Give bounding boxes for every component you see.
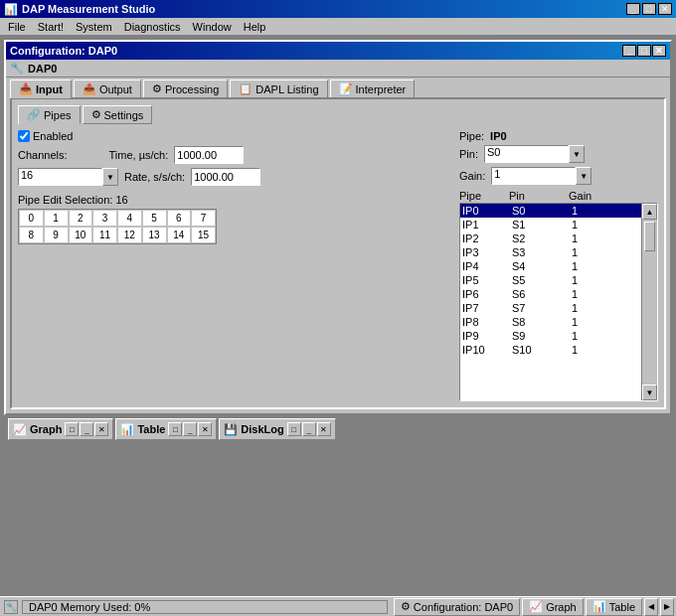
sub-tab-settings[interactable]: ⚙ Settings	[83, 105, 153, 124]
pin-select[interactable]: S0 ▼	[484, 145, 585, 163]
table-panel-label: Table	[137, 423, 165, 435]
menu-system[interactable]: System	[70, 20, 118, 34]
disklog-close-btn[interactable]: ✕	[317, 422, 331, 436]
scroll-up-btn[interactable]: ▲	[642, 204, 657, 220]
app-title-controls: _ □ ✕	[626, 3, 672, 15]
pipe-scrollbar: ▲ ▼	[641, 204, 657, 400]
dialog-close-button[interactable]: ✕	[652, 45, 666, 57]
table-panel-controls: □ _ ✕	[168, 422, 212, 436]
disklog-minimize-btn[interactable]: _	[302, 422, 316, 436]
pipe-row-10[interactable]: IP10S101	[460, 343, 641, 357]
pipe-row-6[interactable]: IP6S61	[460, 287, 641, 301]
status-nav-left[interactable]: ◀	[644, 598, 658, 616]
menu-window[interactable]: Window	[187, 20, 238, 34]
tab-dapl[interactable]: 📋 DAPL Listing	[230, 79, 327, 97]
channel-8[interactable]: 8	[19, 227, 44, 243]
pipe-row-1[interactable]: IP1S11	[460, 218, 641, 231]
channel-2[interactable]: 2	[69, 210, 93, 227]
maximize-button[interactable]: □	[642, 3, 656, 15]
pipe-row-9[interactable]: IP9S91	[460, 329, 641, 343]
pipe-table: Pipe Pin Gain IP0S01IP1S11IP2S21IP3S31IP…	[459, 189, 658, 401]
config-status-btn[interactable]: ⚙ Configuration: DAP0	[394, 598, 520, 616]
pin-field[interactable]: S0	[484, 145, 569, 163]
pipe-row-7[interactable]: IP7S71	[460, 301, 641, 315]
graph-minimize-btn[interactable]: _	[80, 422, 93, 436]
channel-6[interactable]: 6	[167, 210, 192, 227]
channels-select[interactable]: 16 ▼	[18, 168, 118, 186]
dialog-minimize-button[interactable]: _	[622, 45, 636, 57]
tab-interpreter[interactable]: 📝 Interpreter	[330, 79, 416, 97]
pipe-row-2[interactable]: IP2S21	[460, 231, 641, 245]
table-panel-icon: 📊	[120, 423, 134, 436]
graph-close-btn[interactable]: ✕	[94, 422, 108, 436]
pipe-row-5[interactable]: IP5S51	[460, 273, 641, 287]
table-restore-btn[interactable]: □	[168, 422, 182, 436]
menu-help[interactable]: Help	[238, 20, 272, 34]
graph-panel-label: Graph	[30, 423, 62, 435]
channel-12[interactable]: 12	[117, 227, 142, 243]
pipe-row-4[interactable]: IP4S41	[460, 259, 641, 273]
table-close-btn[interactable]: ✕	[198, 422, 212, 436]
channel-13[interactable]: 13	[142, 227, 167, 243]
scroll-track	[642, 220, 657, 385]
channel-1[interactable]: 1	[44, 210, 69, 227]
channel-7[interactable]: 7	[191, 210, 216, 227]
tab-input[interactable]: 📥 Input	[10, 79, 72, 98]
gain-dropdown-btn[interactable]: ▼	[576, 167, 592, 185]
taskbar-table-panel[interactable]: 📊 Table □ _ ✕	[115, 418, 217, 440]
dialog-title-controls: _ □ ✕	[622, 45, 666, 57]
channel-11[interactable]: 11	[92, 227, 117, 243]
menu-diagnostics[interactable]: Diagnostics	[118, 20, 187, 34]
disklog-panel-label: DiskLog	[241, 423, 283, 435]
scroll-thumb[interactable]	[644, 222, 655, 251]
disklog-panel-controls: □ _ ✕	[287, 422, 331, 436]
tab-processing[interactable]: ⚙ Processing	[143, 79, 228, 97]
disklog-panel-icon: 💾	[224, 423, 238, 436]
pipe-row-3[interactable]: IP3S31	[460, 245, 641, 259]
pin-dropdown-btn[interactable]: ▼	[569, 145, 585, 163]
table-status-btn[interactable]: 📊 Table	[586, 598, 642, 616]
channels-dropdown-btn[interactable]: ▼	[102, 168, 118, 186]
pipe-row-0[interactable]: IP0S01	[460, 204, 641, 218]
channel-0[interactable]: 0	[19, 210, 44, 227]
tab-output[interactable]: 📤 Output	[74, 79, 141, 97]
disklog-restore-btn[interactable]: □	[287, 422, 301, 436]
app-title: 📊 DAP Measurement Studio	[4, 3, 155, 16]
enabled-label[interactable]: Enabled	[18, 130, 73, 142]
channels-field[interactable]: 16	[18, 168, 102, 186]
enabled-checkbox[interactable]	[18, 130, 30, 142]
rate-input[interactable]	[191, 168, 260, 186]
menu-file[interactable]: File	[2, 20, 32, 34]
graph-restore-btn[interactable]: □	[65, 422, 79, 436]
menu-start[interactable]: Start!	[32, 20, 70, 34]
sub-tab-pipes[interactable]: 🔗 Pipes	[18, 105, 81, 124]
close-button[interactable]: ✕	[658, 3, 672, 15]
channel-4[interactable]: 4	[117, 210, 142, 227]
dialog-maximize-button[interactable]: □	[637, 45, 651, 57]
channel-10[interactable]: 10	[69, 227, 93, 243]
taskbar-disklog-panel[interactable]: 💾 DiskLog □ _ ✕	[219, 418, 335, 440]
scroll-down-btn[interactable]: ▼	[642, 385, 657, 400]
main-area: Configuration: DAP0 _ □ ✕ 🔧 DAP0 📥 Input…	[0, 36, 676, 596]
channel-5[interactable]: 5	[142, 210, 167, 227]
minimize-button[interactable]: _	[626, 3, 640, 15]
graph-status-btn[interactable]: 📈 Graph	[522, 598, 584, 616]
status-nav-right[interactable]: ▶	[660, 598, 674, 616]
pipe-row-8[interactable]: IP8S81	[460, 315, 641, 329]
channel-14[interactable]: 14	[167, 227, 192, 243]
taskbar-graph-panel[interactable]: 📈 Graph □ _ ✕	[8, 418, 113, 440]
table-minimize-btn[interactable]: _	[183, 422, 197, 436]
channel-9[interactable]: 9	[44, 227, 69, 243]
processing-icon: ⚙	[152, 82, 162, 95]
gain-field[interactable]: 1	[491, 167, 576, 185]
gain-select[interactable]: 1 ▼	[491, 167, 592, 185]
time-input[interactable]	[174, 146, 244, 164]
tab-content-area: 🔗 Pipes ⚙ Settings Enabled	[10, 97, 666, 409]
channel-15[interactable]: 15	[191, 227, 216, 243]
pipe-table-header: Pipe Pin Gain	[459, 189, 658, 203]
channel-3[interactable]: 3	[92, 210, 117, 227]
graph-panel-icon: 📈	[13, 423, 27, 436]
channel-grid: 0 1 2 3 4 5 6 7 8 9 10 11 12	[18, 209, 217, 244]
dialog-sub-title: 🔧 DAP0	[6, 60, 670, 77]
graph-btn-icon: 📈	[529, 600, 543, 613]
